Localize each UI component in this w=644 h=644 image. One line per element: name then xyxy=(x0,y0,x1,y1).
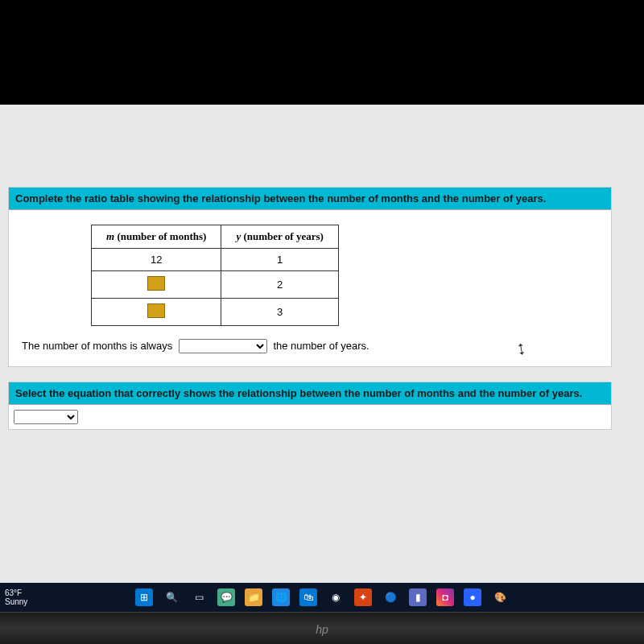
col-header-m: m (number of months) xyxy=(92,225,221,249)
task-view-icon[interactable]: ▭ xyxy=(190,588,208,606)
answer-input-m3[interactable] xyxy=(147,303,165,318)
app-icon-2[interactable]: ✦ xyxy=(354,588,372,606)
col-header-y: y (number of years) xyxy=(221,225,338,249)
content-area: Complete the ratio table showing the rel… xyxy=(0,105,644,588)
edge-icon[interactable]: 🌐 xyxy=(272,588,290,606)
equation-section: Select the equation that correctly shows… xyxy=(8,382,612,430)
cell-y-2: 2 xyxy=(221,271,338,299)
relationship-dropdown[interactable] xyxy=(179,339,267,353)
table-header-row: m (number of months) y (number of years) xyxy=(92,225,339,249)
sentence-before: The number of months is always xyxy=(22,340,175,352)
weather-temp: 63°F xyxy=(5,588,27,597)
section-header-1: Complete the ratio table showing the rel… xyxy=(9,188,611,210)
weather-desc: Sunny xyxy=(5,597,27,606)
section-header-2: Select the equation that correctly shows… xyxy=(9,382,611,405)
table-row: 3 xyxy=(92,299,339,326)
section-body-2 xyxy=(9,405,611,429)
search-icon[interactable]: 🔍 xyxy=(163,588,180,606)
table-row: 2 xyxy=(92,271,339,299)
cell-m-3[interactable] xyxy=(92,299,221,326)
ratio-table: m (number of months) y (number of years)… xyxy=(91,225,339,326)
hp-logo: hp xyxy=(316,623,328,636)
windows-start-icon[interactable]: ⊞ xyxy=(135,588,153,606)
answer-input-m2[interactable] xyxy=(147,276,165,291)
app-icon[interactable]: ◉ xyxy=(327,588,345,606)
cell-m-1: 12 xyxy=(92,249,221,271)
taskbar: 63°F Sunny ⊞ 🔍 ▭ 💬 📁 🌐 🛍 ◉ ✦ 🔵 ▮ ◘ ● 🎨 xyxy=(0,583,644,612)
weather-widget[interactable]: 63°F Sunny xyxy=(5,588,27,606)
cell-m-2[interactable] xyxy=(92,271,221,299)
sentence-after: the number of years. xyxy=(273,340,369,352)
app-icon-4[interactable]: ● xyxy=(464,588,481,606)
file-explorer-icon[interactable]: 📁 xyxy=(245,588,262,606)
ratio-table-section: Complete the ratio table showing the rel… xyxy=(8,187,612,367)
app-icon-3[interactable]: ▮ xyxy=(409,588,427,606)
app-icon-5[interactable]: 🎨 xyxy=(491,588,509,606)
cell-y-3: 3 xyxy=(221,299,338,326)
instagram-icon[interactable]: ◘ xyxy=(436,588,454,606)
equation-dropdown[interactable] xyxy=(14,410,78,424)
table-row: 12 1 xyxy=(92,249,339,271)
chat-icon[interactable]: 💬 xyxy=(217,588,235,606)
store-icon[interactable]: 🛍 xyxy=(299,588,317,606)
cell-y-1: 1 xyxy=(221,249,338,271)
chrome-icon[interactable]: 🔵 xyxy=(382,588,399,606)
cursor-icon: ⭥ xyxy=(514,341,530,358)
